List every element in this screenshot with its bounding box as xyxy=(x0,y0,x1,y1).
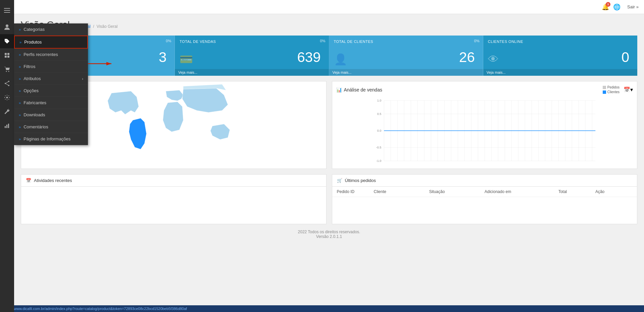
svg-rect-4 xyxy=(5,53,7,55)
dropdown-item-filtros[interactable]: » Filtros xyxy=(14,61,88,73)
main-content: 🔔 9 🌐 Sair » Visão Geral Principal / Vis… xyxy=(14,0,644,312)
sidebar-cart-icon[interactable] xyxy=(0,62,14,76)
chart-svg-container: 1.0 0.5 0.0 -0.5 -1.0 01 02 03 04 05 06 xyxy=(336,97,633,164)
orders-header: 🛒 Últimos pedidos xyxy=(332,175,637,187)
svg-line-13 xyxy=(6,82,8,83)
svg-point-15 xyxy=(6,97,8,99)
red-arrow-indicator xyxy=(88,59,115,70)
logout-button[interactable]: Sair » xyxy=(627,4,639,9)
svg-rect-17 xyxy=(6,125,7,128)
notification-icon[interactable]: 🔔 9 xyxy=(602,3,609,11)
stat-label-clientes: TOTAL DE CLIENTES xyxy=(334,40,478,44)
svg-rect-16 xyxy=(5,126,6,128)
stat-icon-clientes: 👤 xyxy=(334,53,347,66)
sidebar-tag-icon[interactable] xyxy=(0,34,14,48)
stat-percent-pedidos: 0% xyxy=(166,39,171,43)
topbar-icons: 🔔 9 🌐 Sair » xyxy=(602,3,639,11)
svg-text:0.0: 0.0 xyxy=(377,129,381,132)
svg-text:29: 29 xyxy=(571,164,573,164)
dropdown-item-downloads[interactable]: » Downloads xyxy=(14,109,88,121)
svg-text:22: 22 xyxy=(524,164,526,164)
sidebar-share-icon[interactable] xyxy=(0,76,14,90)
footer-line2: Versão 2.0.1.1 xyxy=(26,234,632,239)
svg-text:24: 24 xyxy=(537,164,540,164)
language-icon[interactable]: 🌐 xyxy=(613,3,621,11)
svg-rect-18 xyxy=(8,124,9,128)
chart-calendar-button[interactable]: 📅▾ xyxy=(624,86,633,93)
svg-line-14 xyxy=(6,84,8,85)
notification-badge: 9 xyxy=(606,2,610,7)
catalog-dropdown: » Categorias » Produtos » Perfis recorre… xyxy=(14,23,88,145)
stat-value-online: 0 xyxy=(488,50,633,64)
svg-text:07: 07 xyxy=(423,164,426,164)
svg-text:08: 08 xyxy=(430,164,432,164)
statusbar-url: https://www.dicafil.com.br/admin/index.p… xyxy=(3,307,187,311)
orders-panel: 🛒 Últimos pedidos Pedido ID Cliente Situ… xyxy=(332,174,638,224)
dropdown-item-fabricantes[interactable]: » Fabricantes xyxy=(14,97,88,109)
page-header: Visão Geral Principal / Visão Geral xyxy=(21,19,637,30)
breadcrumb-current: Visão Geral xyxy=(97,24,117,29)
activities-panel: 📅 Atividades recentes xyxy=(21,174,327,224)
stat-label-online: CLIENTES ONLINE xyxy=(488,40,633,44)
legend-pedidos: Pedidos xyxy=(603,85,620,89)
svg-text:04: 04 xyxy=(403,164,405,164)
sidebar xyxy=(0,0,14,312)
svg-text:05: 05 xyxy=(409,164,412,164)
dropdown-item-paginas[interactable]: » Páginas de Informações xyxy=(14,133,88,145)
sidebar-wrench-icon[interactable] xyxy=(0,105,14,119)
legend-clientes: Clientes xyxy=(603,90,620,94)
svg-text:14: 14 xyxy=(470,164,473,164)
dropdown-item-comentarios[interactable]: » Comentários xyxy=(14,121,88,133)
stat-percent-clientes: 0% xyxy=(474,39,480,43)
dropdown-item-perfis[interactable]: » Perfis recorrentes xyxy=(14,49,88,61)
svg-text:30: 30 xyxy=(577,164,580,164)
svg-text:-0.5: -0.5 xyxy=(376,146,381,149)
svg-text:25: 25 xyxy=(544,164,546,164)
dropdown-item-atributos[interactable]: » Atributos › xyxy=(14,73,88,85)
svg-rect-5 xyxy=(7,53,9,55)
footer-line1: 2022 Todos os direitos reservados. xyxy=(26,230,632,234)
stat-link-clientes[interactable]: Veja mais... xyxy=(329,69,483,76)
svg-text:27: 27 xyxy=(557,164,560,164)
stat-icon-vendas: 💳 xyxy=(180,53,193,66)
svg-text:01: 01 xyxy=(383,164,385,164)
stat-card-online: CLIENTES ONLINE 👁 0 Veja mais... xyxy=(483,36,637,76)
chart-bar-icon: 📊 xyxy=(336,87,342,92)
stat-value-vendas: 639 xyxy=(180,50,324,64)
svg-text:-1.0: -1.0 xyxy=(376,159,381,163)
svg-text:28: 28 xyxy=(564,164,566,164)
footer: 2022 Todos os direitos reservados. Versã… xyxy=(21,224,637,244)
sales-chart-card: 📊 Análise de vendas Pedidos Clientes xyxy=(332,81,638,169)
svg-rect-1 xyxy=(4,10,10,11)
svg-text:0.5: 0.5 xyxy=(377,112,381,116)
sidebar-puzzle-icon[interactable] xyxy=(0,48,14,62)
lower-section: 📅 Atividades recentes 🛒 Últimos pedidos … xyxy=(21,174,637,224)
sidebar-gear-icon[interactable] xyxy=(0,90,14,105)
col-situacao: Situação xyxy=(429,189,485,194)
dropdown-item-categorias[interactable]: » Categorias xyxy=(14,23,88,36)
dropdown-item-produtos[interactable]: » Produtos xyxy=(14,36,88,49)
svg-text:20: 20 xyxy=(510,164,513,164)
stat-card-clientes: TOTAL DE CLIENTES 0% 👤 26 Veja mais... xyxy=(329,36,483,76)
stat-link-online[interactable]: Veja mais... xyxy=(483,69,637,76)
svg-text:31: 31 xyxy=(584,164,587,164)
stat-value-clientes: 26 xyxy=(334,50,478,64)
stat-label-vendas: TOTAL DE VENDAS xyxy=(180,40,324,44)
sidebar-menu-icon[interactable] xyxy=(0,3,14,17)
svg-text:06: 06 xyxy=(416,164,419,164)
dropdown-item-opcoes[interactable]: » Opções xyxy=(14,85,88,97)
cart-icon-orders: 🛒 xyxy=(337,178,342,183)
chart-legend: Pedidos Clientes xyxy=(603,85,620,94)
sidebar-user-icon[interactable] xyxy=(0,20,14,34)
stat-percent-vendas: 0% xyxy=(320,39,326,43)
breadcrumb-separator: / xyxy=(93,24,94,29)
sidebar-chart-icon[interactable] xyxy=(0,119,14,133)
svg-text:21: 21 xyxy=(517,164,519,164)
svg-text:02: 02 xyxy=(389,164,392,164)
activities-header: 📅 Atividades recentes xyxy=(21,175,326,187)
svg-text:19: 19 xyxy=(503,164,506,164)
svg-point-11 xyxy=(8,85,9,86)
col-total: Total xyxy=(558,189,595,194)
stat-link-vendas[interactable]: Veja mais... xyxy=(175,69,329,76)
svg-rect-6 xyxy=(5,56,7,58)
